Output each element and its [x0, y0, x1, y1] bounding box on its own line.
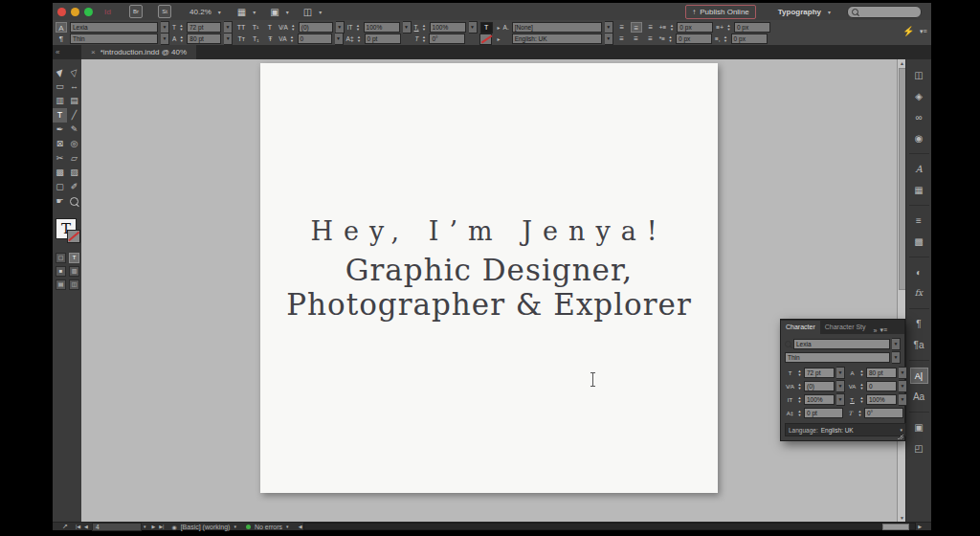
skew-field[interactable]: 0°	[429, 34, 465, 44]
panel-resize-grip[interactable]	[898, 434, 903, 439]
close-window-button[interactable]	[57, 8, 66, 16]
panel-baseline-shift-stepper[interactable]: ▲▼	[797, 410, 802, 417]
horizontal-scale-stepper[interactable]: ▲▼	[422, 24, 427, 32]
object-styles-panel-icon[interactable]: ◰	[910, 440, 928, 457]
doc-text-line-1[interactable]: Hey, I’m Jenya!	[260, 216, 718, 246]
panel-size-stepper[interactable]: ▲▼	[797, 369, 802, 377]
skew-stepper[interactable]: ▲▼	[421, 35, 426, 43]
stroke-panel-icon[interactable]: ≡	[910, 212, 928, 229]
gap-tool[interactable]: ↔	[67, 79, 81, 94]
first-page-button[interactable]: |◀	[76, 524, 80, 529]
vertical-scale-dropdown-arrow[interactable]: ▼	[403, 21, 412, 34]
stroke-swatch-arrow[interactable]: ▸	[497, 35, 500, 42]
justify-center-button[interactable]: ≡	[631, 34, 642, 44]
character-styles-panel-icon[interactable]: Aa	[910, 389, 928, 405]
preflight-dropdown-arrow[interactable]: ▾	[234, 524, 236, 529]
last-line-indent-stepper[interactable]: ▲▼	[724, 35, 728, 43]
panel-collapse-icon[interactable]: »	[874, 327, 878, 334]
control-panel-menu-icon[interactable]: ▾≡	[920, 28, 927, 35]
gradient-feather-tool[interactable]: ▨	[67, 166, 81, 180]
first-line-indent-stepper[interactable]: ▲▼	[668, 35, 673, 43]
paragraph-formatting-button[interactable]: ¶	[56, 34, 67, 44]
panel-size-field[interactable]: 72 pt	[804, 368, 835, 378]
baseline-shift-field[interactable]: 0 pt	[365, 34, 401, 44]
colour-panel-icon[interactable]: ◐	[910, 264, 928, 280]
effects-panel-icon[interactable]: fx	[910, 285, 928, 302]
status-export-icon[interactable]: ↗	[62, 523, 68, 530]
tracking-dropdown-arrow[interactable]: ▼	[335, 33, 344, 45]
horizontal-scale-field[interactable]: 100%	[430, 22, 466, 33]
font-size-stepper[interactable]: ▲▼	[179, 24, 184, 32]
paragraph-panel-icon[interactable]: ¶	[910, 316, 928, 332]
all-caps-button[interactable]: TT	[235, 22, 247, 33]
panel-tracking-arrow[interactable]: ▼	[899, 380, 907, 392]
text-wrap-panel-icon[interactable]: ▣	[910, 419, 928, 436]
previous-page-button[interactable]: ◀	[84, 524, 88, 529]
gradient-tool[interactable]: ▩	[53, 166, 67, 180]
next-page-button[interactable]: ▶	[151, 524, 155, 529]
vertical-scale-stepper[interactable]: ▲▼	[356, 24, 361, 32]
document-tab[interactable]: × *introduction.indd @ 40%	[81, 45, 196, 59]
justify-left-button[interactable]: ≡	[616, 34, 628, 44]
note-tool[interactable]: ▢	[53, 180, 67, 194]
bridge-button[interactable]: Br	[129, 5, 143, 18]
search-input[interactable]	[847, 6, 922, 18]
kerning-field[interactable]: (0)	[299, 22, 333, 33]
screen-mode-button[interactable]: ◫	[69, 279, 79, 290]
panel-language-value[interactable]: English: UK	[821, 427, 898, 434]
no-errors-label[interactable]: No errors	[255, 524, 282, 530]
arrange-documents-arrow[interactable]: ▾	[319, 9, 322, 15]
small-caps-button[interactable]: Tт	[235, 34, 247, 44]
tab-character[interactable]: Character	[781, 321, 820, 334]
left-indent-field[interactable]: 0 px	[677, 22, 713, 33]
doc-text-line-2[interactable]: Graphic Designer,	[260, 253, 718, 287]
fill-color-swatch[interactable]: T	[480, 22, 493, 34]
align-left-button[interactable]: ≡	[616, 22, 628, 33]
minimize-window-button[interactable]	[71, 8, 79, 16]
panel-size-arrow[interactable]: ▼	[836, 367, 845, 379]
tab-character-styles[interactable]: Character Sty	[820, 321, 871, 334]
panel-vertical-scale-field[interactable]: 100%	[804, 394, 835, 405]
cc-charge-icon[interactable]: ⚡	[902, 26, 914, 36]
panel-horizontal-scale-field[interactable]: 100%	[866, 394, 897, 405]
character-style-field[interactable]: [None]	[512, 22, 602, 33]
layers-panel-icon[interactable]: ◈	[910, 88, 928, 104]
horizontal-scrollbar[interactable]	[303, 523, 916, 530]
fill-stroke-proxy[interactable]: T	[56, 218, 77, 239]
panel-kerning-stepper[interactable]: ▲▼	[797, 383, 802, 391]
character-formatting-button[interactable]: A	[56, 22, 67, 33]
preflight-profile[interactable]: [Basic] (working)	[181, 524, 231, 530]
errors-dropdown-arrow[interactable]: ▾	[286, 524, 289, 529]
zoom-level-dropdown-arrow[interactable]: ▾	[218, 9, 221, 15]
panel-baseline-shift-field[interactable]: 0 pt	[804, 408, 843, 418]
cc-libraries-panel-icon[interactable]: ◉	[910, 130, 928, 146]
language-field[interactable]: English: UK	[512, 34, 602, 44]
screen-mode-arrow[interactable]: ▾	[286, 9, 289, 15]
panel-kerning-arrow[interactable]: ▼	[836, 380, 845, 392]
panel-leading-field[interactable]: 80 pt	[866, 368, 897, 378]
left-indent-stepper[interactable]: ▲▼	[669, 24, 674, 32]
ellipse-frame-tool[interactable]: ◎	[67, 137, 81, 151]
tracking-stepper[interactable]: ▲▼	[290, 35, 295, 43]
free-transform-tool[interactable]: ▱	[67, 151, 81, 166]
panel-leading-stepper[interactable]: ▲▼	[859, 369, 864, 377]
paragraph-styles-panel-icon[interactable]: ¶a	[910, 337, 928, 353]
stroke-proxy-swatch[interactable]	[67, 230, 80, 243]
page-number-dropdown-arrow[interactable]: ▾	[144, 524, 146, 529]
kerning-stepper[interactable]: ▲▼	[291, 24, 296, 32]
document-page[interactable]: Hey, I’m Jenya! Graphic Designer, Photog…	[260, 63, 718, 493]
superscript-button[interactable]: T¹	[250, 22, 261, 33]
panel-language-arrow[interactable]: ▾	[900, 427, 902, 433]
normal-view-button[interactable]: ▤	[56, 279, 66, 290]
doc-text-line-3[interactable]: Photographer & Explorer	[260, 287, 718, 322]
workspace-dropdown-arrow[interactable]: ▾	[828, 9, 831, 15]
formatting-affects-container-button[interactable]: ▢	[56, 253, 66, 263]
panel-skew-field[interactable]: 0°	[864, 408, 903, 418]
vertical-scale-field[interactable]: 100%	[364, 22, 400, 33]
close-document-icon[interactable]: ×	[91, 48, 96, 56]
zoom-level-value[interactable]: 40.2%	[189, 8, 212, 16]
last-line-indent-field[interactable]: 0 px	[731, 34, 768, 44]
screen-mode-icon[interactable]: ▣	[270, 7, 278, 17]
fill-swatch-arrow[interactable]: ▸	[498, 24, 501, 31]
hscroll-right-arrow[interactable]: ▶	[918, 524, 922, 529]
